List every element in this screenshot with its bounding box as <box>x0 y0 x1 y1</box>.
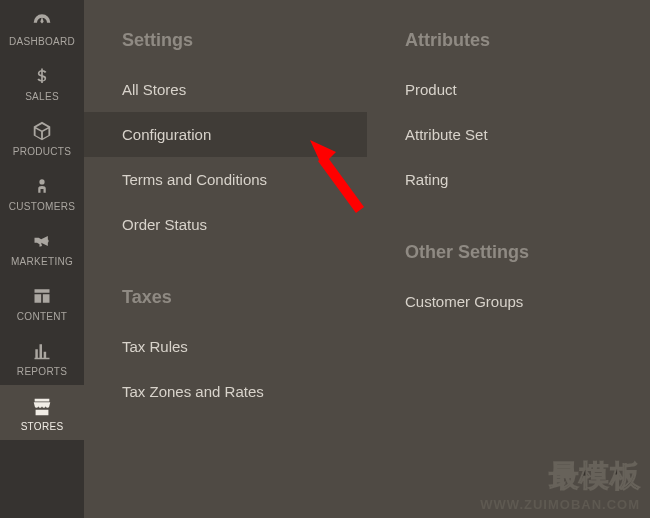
flyout-col-1: Settings All Stores Configuration Terms … <box>84 0 367 518</box>
stores-flyout: Settings All Stores Configuration Terms … <box>84 0 650 518</box>
cube-icon <box>29 120 55 142</box>
dollar-icon <box>29 65 55 87</box>
watermark: 最模板 WWW.ZUIMOBAN.COM <box>480 456 640 512</box>
menu-customer-groups[interactable]: Customer Groups <box>367 279 650 324</box>
bars-icon <box>29 340 55 362</box>
section-attributes-title: Attributes <box>367 30 650 67</box>
nav-label: STORES <box>21 421 64 432</box>
section-other-settings-title: Other Settings <box>367 202 650 279</box>
section-taxes-title: Taxes <box>84 247 367 324</box>
menu-terms-and-conditions[interactable]: Terms and Conditions <box>84 157 367 202</box>
nav-stores[interactable]: STORES <box>0 385 84 440</box>
menu-all-stores[interactable]: All Stores <box>84 67 367 112</box>
watermark-url: WWW.ZUIMOBAN.COM <box>480 497 640 512</box>
gauge-icon <box>29 10 55 32</box>
menu-attribute-set[interactable]: Attribute Set <box>367 112 650 157</box>
nav-label: MARKETING <box>11 256 73 267</box>
menu-rating[interactable]: Rating <box>367 157 650 202</box>
section-settings-title: Settings <box>84 30 367 67</box>
layout-icon <box>29 285 55 307</box>
store-icon <box>29 395 55 417</box>
menu-product[interactable]: Product <box>367 67 650 112</box>
nav-sales[interactable]: SALES <box>0 55 84 110</box>
nav-content[interactable]: CONTENT <box>0 275 84 330</box>
watermark-cn: 最模板 <box>480 456 640 497</box>
admin-sidebar: DASHBOARD SALES PRODUCTS CUSTOMERS MARKE… <box>0 0 84 518</box>
menu-order-status[interactable]: Order Status <box>84 202 367 247</box>
nav-label: PRODUCTS <box>13 146 72 157</box>
nav-label: CONTENT <box>17 311 67 322</box>
nav-label: CUSTOMERS <box>9 201 75 212</box>
nav-label: SALES <box>25 91 59 102</box>
nav-label: REPORTS <box>17 366 67 377</box>
flyout-col-2: Attributes Product Attribute Set Rating … <box>367 0 650 518</box>
nav-marketing[interactable]: MARKETING <box>0 220 84 275</box>
menu-tax-zones-and-rates[interactable]: Tax Zones and Rates <box>84 369 367 414</box>
nav-products[interactable]: PRODUCTS <box>0 110 84 165</box>
menu-tax-rules[interactable]: Tax Rules <box>84 324 367 369</box>
nav-label: DASHBOARD <box>9 36 75 47</box>
nav-dashboard[interactable]: DASHBOARD <box>0 0 84 55</box>
megaphone-icon <box>29 230 55 252</box>
person-icon <box>29 175 55 197</box>
nav-reports[interactable]: REPORTS <box>0 330 84 385</box>
nav-customers[interactable]: CUSTOMERS <box>0 165 84 220</box>
menu-configuration[interactable]: Configuration <box>84 112 367 157</box>
